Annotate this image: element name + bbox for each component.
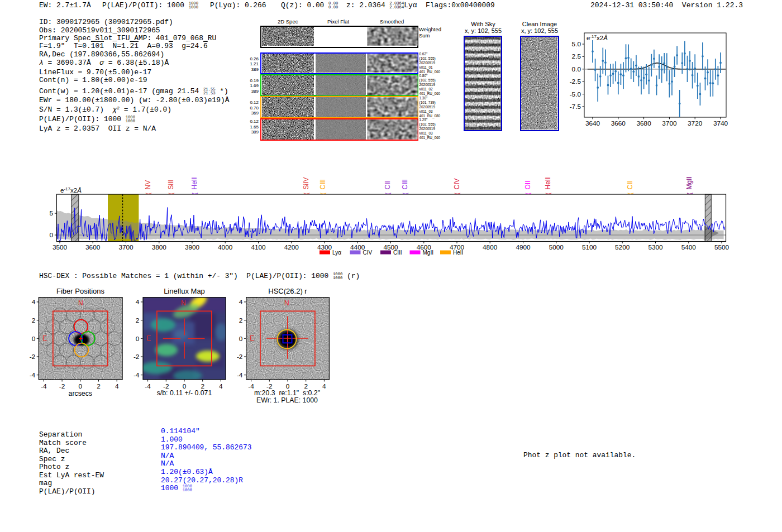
svg-text:m:20.3 re:1.1" s:0.2": m:20.3 re:1.1" s:0.2": [254, 389, 320, 397]
svg-text:0: 0: [79, 382, 83, 390]
svg-text:0: 0: [32, 335, 36, 343]
svg-text:arcsecs: arcsecs: [69, 390, 92, 397]
svg-text:0: 0: [136, 335, 140, 343]
svg-text:s/b: 0.11 +/- 0.071: s/b: 0.11 +/- 0.071: [157, 389, 212, 397]
svg-text:4: 4: [219, 382, 223, 390]
svg-text:-4: -4: [30, 371, 36, 379]
svg-text:-2: -2: [237, 353, 243, 361]
svg-text:N: N: [181, 299, 186, 307]
svg-text:E: E: [250, 334, 254, 342]
svg-text:4: 4: [136, 298, 140, 306]
svg-text:N: N: [78, 299, 83, 307]
svg-text:4: 4: [32, 298, 36, 306]
svg-text:E: E: [42, 334, 47, 342]
svg-text:-4: -4: [237, 371, 243, 379]
svg-text:2: 2: [136, 317, 140, 324]
svg-text:-2: -2: [59, 382, 65, 390]
svg-text:-2: -2: [30, 353, 36, 361]
svg-text:EWr: 1. PLAE: 1000: EWr: 1. PLAE: 1000: [256, 396, 318, 404]
svg-text:4: 4: [115, 382, 119, 390]
svg-text:2: 2: [97, 382, 101, 390]
svg-text:-2: -2: [133, 353, 140, 361]
svg-text:-4: -4: [248, 382, 254, 390]
svg-text:0: 0: [239, 335, 243, 343]
svg-text:-4: -4: [145, 382, 151, 390]
svg-text:4: 4: [239, 298, 243, 306]
svg-text:E: E: [146, 334, 151, 342]
svg-text:2: 2: [239, 317, 243, 324]
svg-text:2: 2: [32, 317, 36, 324]
svg-text:4: 4: [322, 382, 326, 390]
svg-text:-4: -4: [41, 382, 47, 390]
svg-text:-4: -4: [133, 371, 140, 379]
svg-text:N: N: [284, 299, 289, 307]
